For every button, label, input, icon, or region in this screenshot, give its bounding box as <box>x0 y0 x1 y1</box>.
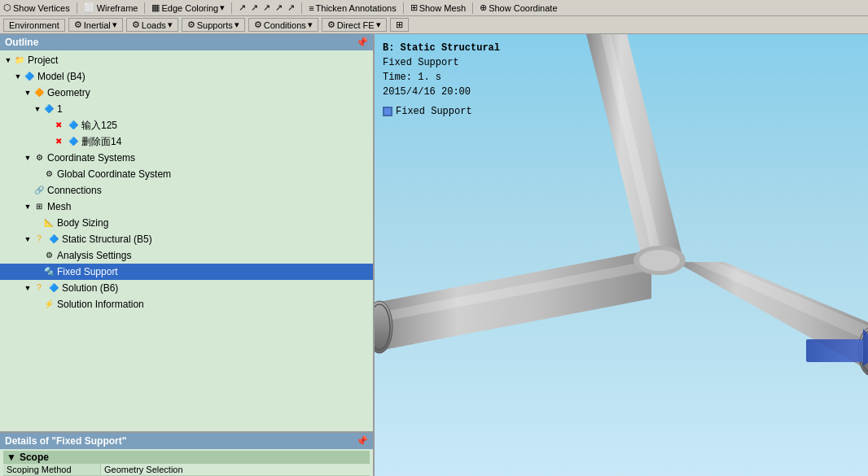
annotation-overlay: B: Static Structural Fixed Support Time:… <box>383 41 500 119</box>
outline-tree[interactable]: ▼ 📁 Project ▼ 🔷 Model (B4) ▼ 🔶 Geometry … <box>0 50 373 431</box>
environment-btn[interactable]: Environment <box>3 19 65 32</box>
scoping-key: Scoping Method <box>3 464 101 475</box>
solution-info-icon: ⚡ <box>42 298 55 311</box>
inertial-btn[interactable]: ⚙ Inertial ▾ <box>68 18 123 32</box>
mesh-icon: ⊞ <box>33 200 46 213</box>
model-expander[interactable]: ▼ <box>13 69 23 84</box>
svg-marker-6 <box>863 329 868 366</box>
del14-icon2: 🔷 <box>67 135 80 148</box>
toolbar-second: Environment ⚙ Inertial ▾ ⚙ Loads ▾ ⚙ Sup… <box>0 16 868 34</box>
coord-expander[interactable]: ▼ <box>23 151 33 165</box>
tree-connections[interactable]: 🔗 Connections <box>0 182 373 199</box>
project-expander[interactable]: ▼ <box>3 53 13 68</box>
solution-icon: ? <box>33 282 46 295</box>
edge-coloring-btn[interactable]: ▦ Edge Coloring ▾ <box>151 2 225 13</box>
arrow-btn-5[interactable]: ↗ <box>287 2 295 13</box>
fixed-support-indicator: Fixed Support <box>383 104 500 119</box>
tree-static-struct[interactable]: ▼ ? 🔷 Static Structural (B5) <box>0 231 373 247</box>
tree-geometry[interactable]: ▼ 🔶 Geometry <box>0 85 373 101</box>
tree-model[interactable]: ▼ 🔷 Model (B4) <box>0 68 373 85</box>
supports-btn[interactable]: ⚙ Supports ▾ <box>182 18 245 32</box>
input125-icon: ✖ <box>52 119 65 132</box>
inertial-dropdown-icon: ▾ <box>112 20 117 30</box>
tree-analysis-settings[interactable]: ⚙ Analysis Settings <box>0 247 373 264</box>
show-vertices-btn[interactable]: ⬡ Show Vertices <box>3 2 70 13</box>
tree-del14[interactable]: ✖ 🔷 删除面14 <box>0 133 373 150</box>
sep3 <box>231 2 232 14</box>
viewport-date: 2015/4/16 20:00 <box>383 85 500 99</box>
thicken-btn[interactable]: ≡ Thicken Annotations <box>309 3 397 13</box>
connections-icon: 🔗 <box>33 184 46 197</box>
static-icon: ? <box>33 233 46 246</box>
arrow-btn-1[interactable]: ↗ <box>239 2 246 13</box>
sep5 <box>403 2 404 14</box>
tree-node1[interactable]: ▼ 🔷 1 <box>0 101 373 117</box>
edge-icon: ▦ <box>151 2 160 13</box>
wireframe-btn[interactable]: ⬜ Wireframe <box>84 2 138 13</box>
tree-fixed-support[interactable]: 🔩 Fixed Support <box>0 264 373 280</box>
tree-project[interactable]: ▼ 📁 Project <box>0 52 373 68</box>
geometry-expander[interactable]: ▼ <box>23 85 33 100</box>
solution-expander[interactable]: ▼ <box>23 281 33 295</box>
details-content: ▼ Scope Scoping Method Geometry Selectio… <box>0 449 373 476</box>
wireframe-icon: ⬜ <box>84 2 95 13</box>
mesh-label: Mesh <box>47 199 71 214</box>
svg-rect-5 <box>806 339 863 362</box>
details-row-scoping: Scoping Method Geometry Selection <box>3 464 370 476</box>
show-mesh-btn[interactable]: ⊞ Show Mesh <box>410 2 466 13</box>
tree-global-coord[interactable]: ⚙ Global Coordinate System <box>0 166 373 182</box>
sep6 <box>472 2 473 14</box>
details-pin[interactable]: 📌 <box>356 435 368 447</box>
static-icon2: 🔷 <box>47 233 60 246</box>
viewport[interactable]: B: Static Structural Fixed Support Time:… <box>375 34 868 476</box>
connections-label: Connections <box>47 183 102 198</box>
coord-sys-icon: ⚙ <box>33 151 46 164</box>
scope-label: Scope <box>20 452 49 463</box>
static-expander[interactable]: ▼ <box>23 232 33 247</box>
tree-solution[interactable]: ▼ ? 🔷 Solution (B6) <box>0 280 373 296</box>
scope-section[interactable]: ▼ Scope <box>3 451 370 464</box>
outline-header: Outline 📌 <box>0 34 373 50</box>
tree-input125[interactable]: ✖ 🔷 输入125 <box>0 117 373 133</box>
direct-fe-dropdown-icon: ▾ <box>376 20 381 30</box>
mesh-expander[interactable]: ▼ <box>23 199 33 214</box>
svg-point-8 <box>639 250 680 271</box>
input125-label: 输入125 <box>81 118 117 133</box>
body-sizing-label: Body Sizing <box>57 216 108 230</box>
project-label: Project <box>28 53 58 68</box>
outline-pin[interactable]: 📌 <box>356 37 368 48</box>
tree-mesh[interactable]: ▼ ⊞ Mesh <box>0 199 373 215</box>
supports-icon: ⚙ <box>187 20 195 30</box>
inertial-label: Inertial <box>84 20 111 30</box>
direct-fe-btn[interactable]: ⚙ Direct FE ▾ <box>322 18 387 32</box>
tree-solution-info[interactable]: ⚡ Solution Information <box>0 296 373 312</box>
arrow-btn-3[interactable]: ↗ <box>263 2 270 13</box>
details-header: Details of "Fixed Support" 📌 <box>0 433 373 449</box>
arrow-btn-2[interactable]: ↗ <box>251 2 258 13</box>
node1-expander[interactable]: ▼ <box>33 102 42 116</box>
tree-coord-sys[interactable]: ▼ ⚙ Coordinate Systems <box>0 150 373 166</box>
viewport-time: Time: 1. s <box>383 70 500 85</box>
static-label: Static Structural (B5) <box>62 232 152 247</box>
scoping-val: Geometry Selection <box>101 464 370 475</box>
direct-fe-label: Direct FE <box>337 20 375 30</box>
fixed-support-annotation: Fixed Support <box>396 104 472 119</box>
show-coord-btn[interactable]: ⊕ Show Coordinate <box>480 2 557 13</box>
conditions-dropdown-icon: ▾ <box>308 20 313 30</box>
loads-btn[interactable]: ⚙ Loads ▾ <box>126 18 178 32</box>
edge-coloring-label: Edge Coloring <box>161 3 218 13</box>
arrow-btn-4[interactable]: ↗ <box>275 2 283 13</box>
viewport-title: B: Static Structural <box>383 41 500 55</box>
tree-body-sizing[interactable]: 📐 Body Sizing <box>0 215 373 231</box>
icon-tool-btn[interactable]: ⊞ <box>390 18 409 32</box>
details-title: Details of "Fixed Support" <box>5 435 126 447</box>
scope-expander[interactable]: ▼ <box>7 452 16 463</box>
vertices-icon: ⬡ <box>3 2 11 13</box>
input125-icon2: 🔷 <box>67 119 80 132</box>
conditions-btn[interactable]: ⚙ Conditions ▾ <box>248 18 318 32</box>
sep4 <box>301 2 302 14</box>
geometry-icon: 🔶 <box>33 86 46 99</box>
inertial-icon: ⚙ <box>74 20 82 30</box>
solution-info-label: Solution Information <box>57 297 144 312</box>
global-coord-label: Global Coordinate System <box>57 167 171 181</box>
